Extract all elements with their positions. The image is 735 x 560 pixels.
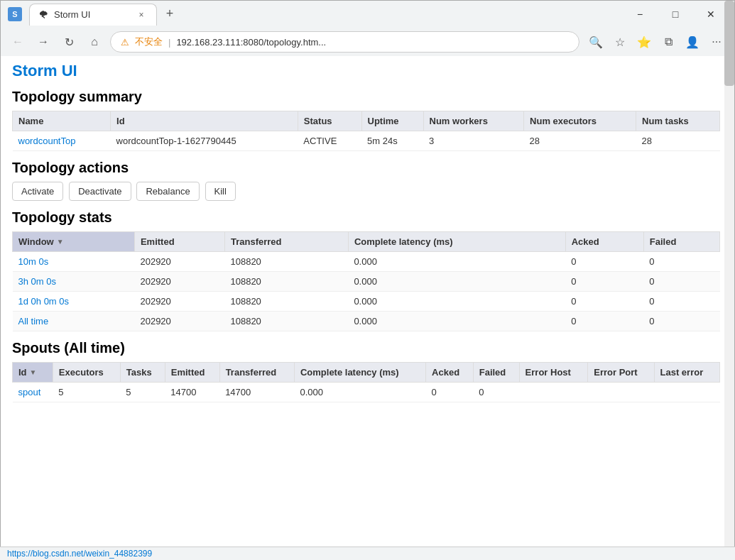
stats-emitted-1d: 202920 <box>134 292 224 312</box>
stats-row-1d: 1d 0h 0m 0s 202920 108820 0.000 0 0 <box>13 292 720 312</box>
scrollbar-track[interactable] <box>724 1 734 559</box>
stats-acked-10m: 0 <box>565 252 643 272</box>
url-input[interactable]: ⚠ 不安全 | 192.168.23.111:8080/topology.htm… <box>110 31 579 53</box>
topology-name-link[interactable]: wordcountTop <box>18 136 76 146</box>
collections-icon: ⭐ <box>637 35 651 49</box>
stats-window-1d: 1d 0h 0m 0s <box>13 292 135 312</box>
deactivate-button[interactable]: Deactivate <box>69 182 131 201</box>
spouts-col-tasks: Tasks <box>120 363 165 383</box>
stats-latency-1d: 0.000 <box>348 292 565 312</box>
scrollbar-thumb[interactable] <box>724 1 734 86</box>
activate-button[interactable]: Activate <box>12 182 63 201</box>
topology-actions: Activate Deactivate Rebalance Kill <box>12 182 720 201</box>
favorites-button[interactable]: ☆ <box>609 31 631 53</box>
spout-failed: 0 <box>473 383 519 402</box>
close-icon: × <box>138 10 143 20</box>
stats-failed-10m: 0 <box>643 252 719 272</box>
footer-url: https://blog.csdn.net/weixin_44882399 <box>7 549 152 559</box>
spout-id-link[interactable]: spout <box>18 387 41 397</box>
back-button[interactable]: ← <box>8 32 28 52</box>
row-num-executors: 28 <box>524 131 636 151</box>
minimize-icon: − <box>637 9 643 20</box>
col-num-workers: Num workers <box>423 111 524 131</box>
spouts-heading: Spouts (All time) <box>12 340 720 356</box>
url-text: 192.168.23.111:8080/topology.htm... <box>176 37 326 48</box>
home-button[interactable]: ⌂ <box>85 32 104 52</box>
split-icon: ⧉ <box>665 35 673 48</box>
address-bar: ← → ↻ ⌂ ⚠ 不安全 | 192.168.23.111:8080/topo… <box>1 28 734 56</box>
sort-id-arrow-icon: ▼ <box>30 368 37 376</box>
spouts-col-latency: Complete latency (ms) <box>294 363 425 383</box>
spout-executors: 5 <box>53 383 120 402</box>
window-1d-link[interactable]: 1d 0h 0m 0s <box>18 296 70 307</box>
new-tab-button[interactable]: + <box>160 4 180 24</box>
stats-emitted-10m: 202920 <box>134 252 224 272</box>
stats-col-emitted: Emitted <box>134 232 224 252</box>
col-id: Id <box>111 111 298 131</box>
forward-button[interactable]: → <box>33 32 53 52</box>
spouts-col-last-error: Last error <box>654 363 719 383</box>
row-uptime: 5m 24s <box>361 131 423 151</box>
active-tab[interactable]: 🌪 Storm UI × <box>29 4 157 26</box>
stats-emitted-3h: 202920 <box>134 272 224 292</box>
close-window-icon: ✕ <box>707 9 715 20</box>
app-icon: S <box>8 7 22 21</box>
stats-window-10m: 10m 0s <box>13 252 135 272</box>
profile-icon: 👤 <box>685 35 699 49</box>
stats-row-3h: 3h 0m 0s 202920 108820 0.000 0 0 <box>13 272 720 292</box>
stats-row-10m: 10m 0s 202920 108820 0.000 0 0 <box>13 252 720 272</box>
close-window-button[interactable]: ✕ <box>695 4 727 24</box>
stats-window-alltime: All time <box>13 312 135 331</box>
spouts-col-error-host: Error Host <box>519 363 588 383</box>
col-num-tasks: Num tasks <box>636 111 720 131</box>
stats-latency-3h: 0.000 <box>348 272 565 292</box>
security-warning-text: 不安全 <box>135 35 163 48</box>
window-alltime-link[interactable]: All time <box>18 316 49 326</box>
search-button[interactable]: 🔍 <box>585 31 606 53</box>
spouts-col-acked: Acked <box>426 363 474 383</box>
stats-latency-alltime: 0.000 <box>348 312 565 331</box>
row-num-tasks: 28 <box>636 131 720 151</box>
refresh-button[interactable]: ↻ <box>59 32 79 52</box>
col-num-executors: Num executors <box>524 111 636 131</box>
maximize-button[interactable]: □ <box>659 4 692 24</box>
stats-failed-3h: 0 <box>643 272 719 292</box>
profile-button[interactable]: 👤 <box>682 31 703 53</box>
stats-failed-alltime: 0 <box>643 312 719 331</box>
stats-transferred-1d: 108820 <box>224 292 348 312</box>
col-status: Status <box>298 111 361 131</box>
stats-acked-alltime: 0 <box>565 312 643 331</box>
topology-stats-table: Window ▼ Emitted Transferred Complete la… <box>12 231 720 331</box>
spout-acked: 0 <box>426 383 474 402</box>
window-10m-link[interactable]: 10m 0s <box>18 256 49 267</box>
tab-close-button[interactable]: × <box>135 9 148 21</box>
spout-latency: 0.000 <box>294 383 425 402</box>
split-screen-button[interactable]: ⧉ <box>658 31 679 53</box>
stats-acked-1d: 0 <box>565 292 643 312</box>
window-3h-link[interactable]: 3h 0m 0s <box>18 276 56 287</box>
page-content: Storm UI Topology summary Name Id Status… <box>1 56 734 417</box>
collections-button[interactable]: ⭐ <box>633 31 655 53</box>
stats-col-failed: Failed <box>643 232 719 252</box>
topology-summary-heading: Topology summary <box>12 89 720 105</box>
table-row: wordcountTop wordcountTop-1-1627790445 A… <box>13 131 720 151</box>
sort-arrow-icon: ▼ <box>57 238 64 246</box>
tab-favicon: 🌪 <box>38 9 48 21</box>
stats-col-acked: Acked <box>565 232 643 252</box>
rebalance-button[interactable]: Rebalance <box>136 182 199 201</box>
spout-tasks: 5 <box>120 383 165 402</box>
star-icon: ☆ <box>615 35 625 49</box>
col-name: Name <box>13 111 111 131</box>
stats-col-transferred: Transferred <box>224 232 348 252</box>
spouts-col-emitted: Emitted <box>165 363 219 383</box>
kill-button[interactable]: Kill <box>205 182 236 201</box>
stats-transferred-10m: 108820 <box>224 252 348 272</box>
minimize-button[interactable]: − <box>624 4 656 24</box>
spouts-table: Id ▼ Executors Tasks Emitted Transferred… <box>12 362 720 402</box>
site-title: Storm UI <box>12 62 720 80</box>
spout-error-port <box>588 383 654 402</box>
spouts-col-id: Id ▼ <box>13 363 53 383</box>
stats-emitted-alltime: 202920 <box>134 312 224 331</box>
stats-transferred-3h: 108820 <box>224 272 348 292</box>
security-warning-icon: ⚠ <box>121 37 129 48</box>
